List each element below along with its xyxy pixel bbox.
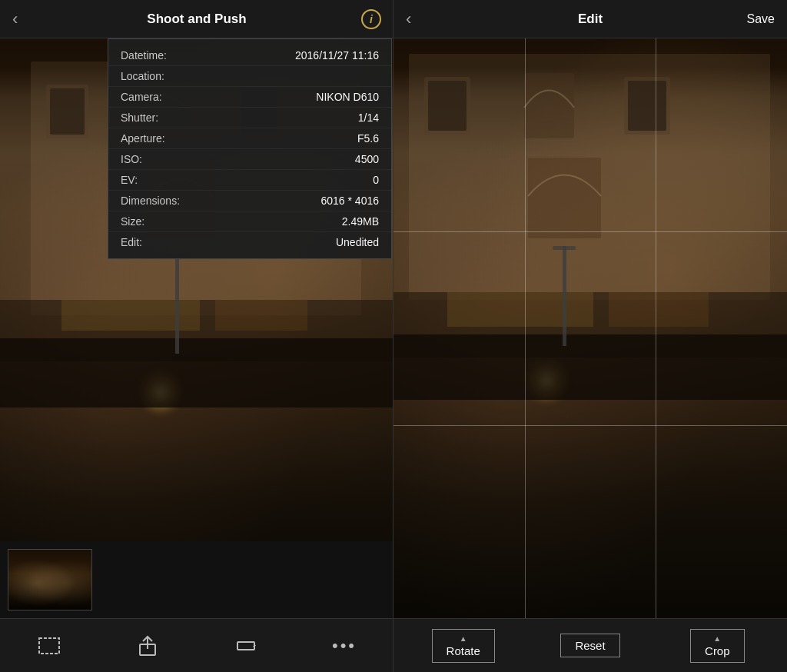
datetime-label: Datetime:: [121, 49, 167, 62]
size-value: 2.49MB: [342, 215, 379, 228]
rotate-label: Rotate: [447, 644, 480, 657]
crop-select-icon: [38, 637, 61, 655]
crop-label: Crop: [705, 644, 730, 657]
svg-rect-27: [609, 292, 709, 327]
svg-rect-23: [628, 81, 666, 131]
right-title: Edit: [394, 12, 787, 27]
ev-label: EV:: [121, 174, 138, 186]
svg-rect-21: [524, 73, 574, 138]
right-panel: ‹ Edit Save: [394, 0, 787, 672]
svg-rect-20: [428, 81, 467, 131]
info-overlay: Datetime: 2016/11/27 11:16 Location: Cam…: [108, 38, 392, 259]
svg-rect-30: [553, 246, 576, 250]
size-label: Size:: [121, 215, 144, 228]
camera-value: NIKON D610: [316, 91, 379, 103]
left-title: Shoot and Push: [147, 12, 246, 27]
share-icon: [138, 635, 158, 657]
rotate-btn-box: ▲ Rotate: [432, 629, 495, 663]
svg-rect-2: [50, 88, 85, 135]
crop-button[interactable]: ▲ Crop: [679, 629, 755, 663]
left-header: ‹ Shoot and Push i: [0, 0, 394, 38]
toolbar-move-button[interactable]: [223, 636, 269, 656]
save-button[interactable]: Save: [747, 12, 775, 26]
location-label: Location:: [121, 70, 164, 82]
dimensions-label: Dimensions:: [121, 195, 180, 207]
svg-rect-13: [39, 638, 59, 654]
datetime-value: 2016/11/27 11:16: [295, 49, 379, 62]
rotate-button[interactable]: ▲ Rotate: [425, 629, 502, 663]
svg-rect-28: [394, 334, 787, 400]
right-header: ‹ Edit Save: [394, 0, 787, 38]
iso-value: 4500: [355, 153, 379, 165]
iso-label: ISO:: [121, 153, 142, 165]
rotate-arrow-icon: ▲: [460, 634, 467, 643]
svg-rect-29: [563, 246, 566, 346]
camera-label: Camera:: [121, 91, 162, 103]
crop-btn-box: ▲ Crop: [690, 629, 745, 663]
info-row-dimensions: Dimensions: 6016 * 4016: [108, 191, 391, 211]
info-button[interactable]: i: [361, 9, 381, 29]
info-row-aperture: Aperture: F5.6: [108, 128, 391, 149]
svg-rect-16: [237, 642, 254, 650]
edit-label: Edit:: [121, 236, 142, 248]
reset-label: Reset: [575, 639, 605, 652]
thumbnail-strip: [0, 541, 394, 618]
crop-arrow-icon: ▲: [713, 634, 721, 643]
aperture-label: Aperture:: [121, 132, 165, 145]
ev-value: 0: [373, 174, 379, 186]
right-toolbar: ▲ Rotate Reset ▲ Crop: [394, 618, 787, 672]
toolbar-crop-select-button[interactable]: [26, 637, 72, 655]
right-building-svg: [394, 38, 787, 618]
info-row-datetime: Datetime: 2016/11/27 11:16: [108, 45, 391, 66]
left-back-button[interactable]: ‹: [12, 9, 18, 29]
right-back-button[interactable]: ‹: [406, 9, 411, 29]
svg-rect-9: [215, 300, 307, 331]
info-row-ev: EV: 0: [108, 170, 391, 191]
info-row-shutter: Shutter: 1/14: [108, 108, 391, 128]
left-panel: ‹ Shoot and Push i Datetime: 2016/11/27 …: [0, 0, 394, 672]
thumbnail-item[interactable]: [8, 549, 92, 610]
move-icon: [236, 636, 256, 656]
aperture-value: F5.6: [357, 132, 379, 145]
info-row-size: Size: 2.49MB: [108, 211, 391, 232]
reset-btn-box: Reset: [560, 634, 619, 657]
edit-value: Unedited: [336, 236, 379, 248]
svg-rect-10: [0, 338, 394, 408]
thumbnail-image: [8, 550, 91, 610]
right-edit-area[interactable]: [394, 38, 787, 618]
more-dots-icon: •••: [332, 636, 357, 656]
info-row-location: Location:: [108, 66, 391, 87]
toolbar-share-button[interactable]: [125, 635, 171, 657]
info-row-camera: Camera: NIKON D610: [108, 87, 391, 108]
svg-rect-24: [528, 158, 601, 238]
shutter-label: Shutter:: [121, 111, 158, 124]
svg-marker-17: [253, 644, 256, 648]
reset-button[interactable]: Reset: [552, 634, 629, 657]
left-toolbar: •••: [0, 618, 394, 672]
info-row-iso: ISO: 4500: [108, 149, 391, 170]
shutter-value: 1/14: [358, 111, 379, 124]
info-row-edit: Edit: Unedited: [108, 232, 391, 252]
svg-rect-26: [447, 292, 593, 327]
toolbar-more-button[interactable]: •••: [321, 636, 367, 656]
dimensions-value: 6016 * 4016: [320, 195, 379, 207]
svg-rect-11: [175, 254, 179, 354]
